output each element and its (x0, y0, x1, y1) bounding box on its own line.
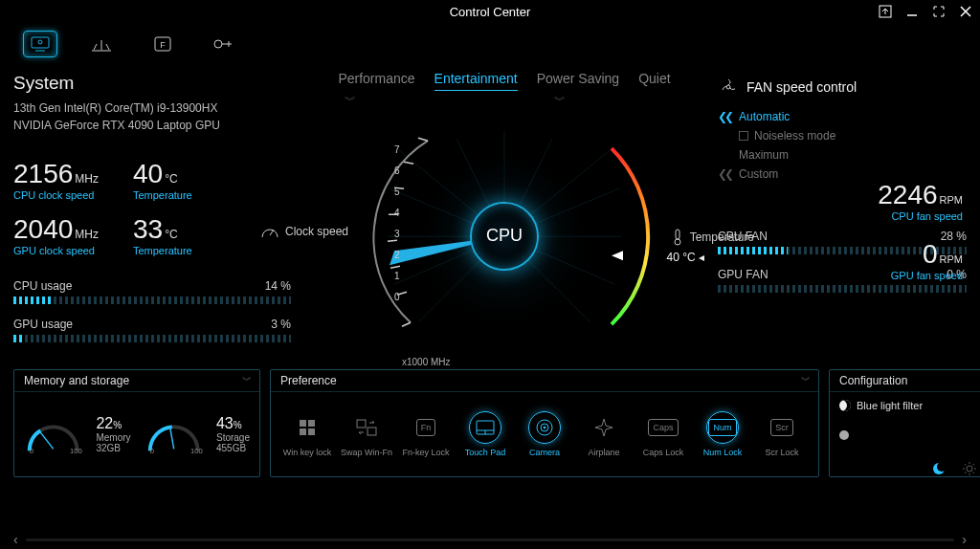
gpu-clock-stat: 2040MHz GPU clock speed (13, 214, 99, 256)
svg-rect-45 (308, 428, 315, 435)
pref-label: Scr Lock (765, 448, 798, 457)
pref-airplane[interactable]: Airplane (577, 411, 631, 457)
system-heading: System (13, 73, 291, 94)
gauge-ticks: 76543210 (394, 140, 400, 308)
svg-rect-34 (676, 230, 679, 239)
svg-text:0: 0 (30, 447, 33, 455)
svg-point-56 (967, 466, 972, 472)
svg-text:100: 100 (190, 447, 203, 455)
mode-tab-quiet[interactable]: Quiet (638, 71, 670, 91)
nav-flexikey-icon[interactable]: F (145, 31, 180, 57)
pref-camera[interactable]: Camera (518, 411, 571, 457)
chevron-down-icon[interactable]: ︾ (801, 374, 811, 387)
speed-gauge: 76543210 CPU Clock speed Temperature 40 … (295, 117, 714, 365)
blue-light-row: Blue light filter (839, 400, 923, 411)
svg-marker-31 (612, 251, 623, 260)
svg-line-32 (270, 230, 274, 235)
svg-rect-47 (368, 428, 376, 435)
svg-point-53 (544, 427, 546, 428)
gpu-usage-label: GPU usage (13, 318, 73, 331)
cpu-name: 13th Gen Intel(R) Core(TM) i9-13900HX (13, 99, 291, 117)
fn-icon: Fn (410, 411, 442, 444)
pref-label: Airplane (588, 448, 619, 457)
svg-rect-42 (300, 420, 306, 427)
camera-icon (528, 411, 561, 444)
fan-opt-maximum[interactable]: Maximum (718, 145, 967, 165)
svg-line-39 (169, 428, 173, 449)
cpu-fan-speed: 2246RPMCPU fan speed (878, 180, 963, 222)
pref-label: Caps Lock (643, 448, 684, 457)
svg-rect-46 (357, 420, 366, 428)
mode-tab-entertainment[interactable]: Entertainment (434, 71, 518, 91)
brightness-icon[interactable] (962, 461, 977, 476)
pref-scr-lock[interactable]: ScrScr Lock (755, 411, 809, 457)
svg-point-55 (937, 462, 947, 472)
minimize-icon[interactable] (905, 5, 919, 18)
memory-gauge: 0100 (24, 413, 82, 455)
svg-text:100: 100 (70, 447, 82, 455)
configuration-panel: Configuration︾ Blue light filter (829, 369, 980, 477)
svg-line-29 (402, 322, 411, 326)
pref-fn-key-lock[interactable]: FnFn-key Lock (399, 411, 453, 457)
pref-win-key-lock[interactable]: Win key lock (280, 411, 334, 457)
nav-charging-icon[interactable] (207, 31, 241, 57)
gpu-name: NVIDIA GeForce RTX 4090 Laptop GPU (13, 117, 291, 134)
pref-num-lock[interactable]: NumNum Lock (696, 411, 749, 457)
pref-label: Win key lock (283, 448, 332, 457)
cpu-temp-stat: 40°C Temperature (133, 159, 192, 201)
fan-opt-automatic[interactable]: ❮❮Automatic (718, 107, 967, 126)
svg-point-33 (675, 239, 680, 245)
gpu-fan-label: GPU FAN (718, 268, 768, 281)
memory-storage-panel: Memory and storage︾ 0100 22%Memory32GB 0… (13, 369, 260, 477)
mode-tab-performance[interactable]: Performance (338, 71, 414, 91)
horizontal-scrollbar[interactable]: ‹ › (13, 534, 967, 545)
config-heading: Configuration (839, 374, 907, 387)
scroll-left-icon[interactable]: ‹ (13, 532, 18, 547)
win-icon (291, 411, 323, 444)
pref-touch-pad[interactable]: Touch Pad (458, 411, 512, 457)
caps-icon: Caps (647, 411, 679, 444)
nav-system-icon[interactable] (23, 31, 57, 57)
fan-opt-noiseless[interactable]: Noiseless mode (718, 126, 967, 145)
moon-icon (839, 400, 851, 411)
svg-text:F: F (160, 40, 166, 50)
top-nav: F (0, 23, 980, 67)
scroll-right-icon[interactable]: › (962, 532, 967, 547)
gauge-center[interactable]: CPU (470, 202, 539, 271)
titlebar: Control Center (0, 0, 980, 23)
pref-label: Swap Win-Fn (341, 448, 392, 457)
svg-line-22 (418, 138, 428, 141)
cpu-usage-pct: 14 % (265, 279, 291, 293)
fullscreen-icon[interactable] (932, 5, 946, 18)
fan-heading: FAN speed control (718, 73, 967, 98)
svg-rect-44 (300, 428, 306, 435)
pref-caps-lock[interactable]: CapsCaps Lock (636, 411, 690, 457)
svg-point-4 (38, 40, 42, 44)
storage-readout: 43%Storage455GB (216, 415, 250, 453)
svg-rect-43 (308, 420, 315, 427)
gpu-usage-pct: 3 % (271, 318, 291, 331)
chevron-down-icon[interactable]: ︾ (242, 374, 252, 387)
gpu-fan-speed: 0RPMGPU fan speed (878, 239, 963, 281)
cpu-usage-label: CPU usage (13, 279, 72, 293)
cpu-usage-bar (13, 296, 291, 304)
swap-icon (350, 411, 383, 444)
preference-heading: Preference (280, 374, 337, 387)
touchpad-icon (469, 411, 501, 444)
pref-swap-win-fn[interactable]: Swap Win-Fn (340, 411, 393, 457)
svg-text:0: 0 (149, 447, 153, 455)
export-icon[interactable] (879, 5, 892, 18)
pref-label: Touch Pad (465, 448, 506, 457)
pref-label: Camera (529, 448, 560, 457)
nav-led-icon[interactable] (84, 31, 119, 57)
airplane-icon (588, 411, 620, 444)
moon-icon[interactable] (931, 461, 947, 476)
mode-tabs: PerformanceEntertainmentPower SavingQuie… (295, 67, 714, 91)
memory-readout: 22%Memory32GB (96, 415, 130, 453)
chevron-down-icon: ︾ (345, 93, 356, 109)
pref-label: Fn-key Lock (402, 448, 449, 457)
mode-tab-power-saving[interactable]: Power Saving (537, 71, 619, 91)
close-icon[interactable] (959, 5, 972, 18)
cpu-clock-stat: 2156MHz CPU clock speed (13, 159, 99, 201)
storage-gauge: 0100 (145, 413, 203, 455)
